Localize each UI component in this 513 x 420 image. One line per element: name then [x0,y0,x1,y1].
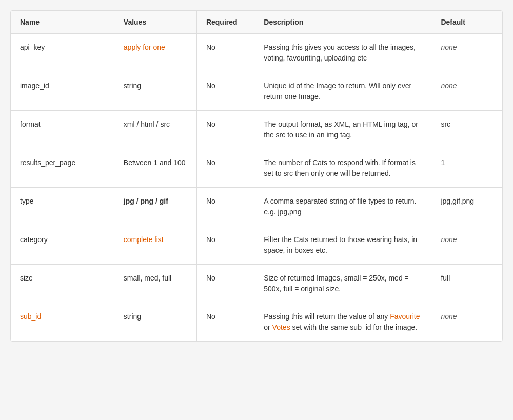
cell-required: No [196,34,254,72]
cell-description: Passing this will return the value of an… [254,303,431,342]
cell-required: No [196,72,254,111]
cell-required: No [196,226,254,265]
cell-required: No [196,265,254,303]
cell-description: Unique id of the Image to return. Will o… [254,72,431,111]
api-table-container: Name Values Required Description Default… [10,10,503,342]
name-link[interactable]: sub_id [20,312,41,321]
table-row: sizesmall, med, fullNoSize of returned I… [11,265,502,303]
cell-name: category [11,226,114,265]
api-parameters-table: Name Values Required Description Default… [11,11,502,341]
cell-name: results_per_page [11,149,114,188]
table-row: results_per_pageBetween 1 and 100NoThe n… [11,149,502,188]
description-link[interactable]: Votes [272,323,290,331]
cell-required: No [196,149,254,188]
cell-description: A comma separated string of file types t… [254,188,431,226]
cell-required: No [196,188,254,226]
cell-default: none [431,303,502,342]
table-header-row: Name Values Required Description Default [11,11,502,34]
cell-required: No [196,111,254,149]
cell-default: jpg,gif,png [431,188,502,226]
cell-default: 1 [431,149,502,188]
table-row: formatxml / html / srcNoThe output forma… [11,111,502,149]
values-link[interactable]: apply for one [124,43,165,51]
cell-values: string [114,303,196,342]
table-row: sub_idstringNoPassing this will return t… [11,303,502,342]
cell-default: none [431,72,502,111]
description-link[interactable]: Favourite [390,312,420,321]
cell-name: image_id [11,72,114,111]
cell-name: api_key [11,34,114,72]
table-row: image_idstringNoUnique id of the Image t… [11,72,502,111]
cell-description: The number of Cats to respond with. If f… [254,149,431,188]
table-row: typejpg / png / gifNoA comma separated s… [11,188,502,226]
cell-values: Between 1 and 100 [114,149,196,188]
values-link[interactable]: complete list [124,235,164,244]
cell-default: full [431,265,502,303]
table-row: api_keyapply for oneNoPassing this gives… [11,34,502,72]
cell-name: size [11,265,114,303]
cell-default: src [431,111,502,149]
header-description: Description [254,11,431,34]
table-row: categorycomplete listNoFilter the Cats r… [11,226,502,265]
cell-description: Passing this gives you access to all the… [254,34,431,72]
header-name: Name [11,11,114,34]
cell-values: apply for one [114,34,196,72]
cell-description: Filter the Cats returned to those wearin… [254,226,431,265]
header-default: Default [431,11,502,34]
cell-values: string [114,72,196,111]
cell-values: jpg / png / gif [114,188,196,226]
cell-values: small, med, full [114,265,196,303]
cell-default: none [431,226,502,265]
cell-description: Size of returned Images, small = 250x, m… [254,265,431,303]
header-values: Values [114,11,196,34]
cell-name: format [11,111,114,149]
cell-name: sub_id [11,303,114,342]
cell-description: The output format, as XML, an HTML img t… [254,111,431,149]
cell-required: No [196,303,254,342]
cell-name: type [11,188,114,226]
header-required: Required [196,11,254,34]
cell-values: complete list [114,226,196,265]
cell-default: none [431,34,502,72]
cell-values: xml / html / src [114,111,196,149]
